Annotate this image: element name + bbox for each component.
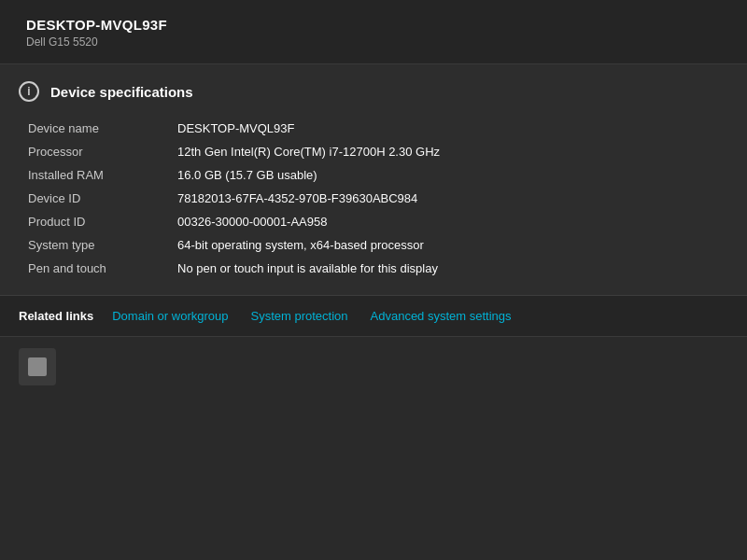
computer-name: DESKTOP-MVQL93F <box>26 17 721 33</box>
specs-grid: Device nameDESKTOP-MVQL93FProcessor12th … <box>19 117 728 280</box>
spec-label: Device ID <box>28 187 177 210</box>
spec-value: 16.0 GB (15.7 GB usable) <box>177 163 728 187</box>
related-link-domain-workgroup[interactable]: Domain or workgroup <box>112 309 228 323</box>
computer-model: Dell G15 5520 <box>26 35 721 49</box>
spec-value: 12th Gen Intel(R) Core(TM) i7-12700H 2.3… <box>177 140 728 163</box>
related-links-label: Related links <box>19 309 93 323</box>
spec-label: Pen and touch <box>28 257 177 280</box>
spec-value: DESKTOP-MVQL93F <box>177 117 728 140</box>
device-specs-section: i Device specifications Device nameDESKT… <box>0 64 747 296</box>
section-title: Device specifications <box>50 84 193 100</box>
spec-label: Processor <box>28 140 177 163</box>
spec-label: System type <box>28 233 177 257</box>
spec-value: 78182013-67FA-4352-970B-F39630ABC984 <box>177 187 728 210</box>
top-header: DESKTOP-MVQL93F Dell G15 5520 <box>0 0 747 64</box>
section-header: i Device specifications <box>19 81 728 102</box>
bottom-area <box>0 337 747 560</box>
spec-label: Product ID <box>28 210 177 233</box>
bottom-icon-area <box>19 348 56 385</box>
related-links-section: Related links Domain or workgroupSystem … <box>0 296 747 337</box>
spec-value: 00326-30000-00001-AA958 <box>177 210 728 233</box>
page-container: DESKTOP-MVQL93F Dell G15 5520 i Device s… <box>0 0 747 560</box>
spec-label: Installed RAM <box>28 163 177 187</box>
spec-value: No pen or touch input is available for t… <box>177 257 728 280</box>
info-icon: i <box>19 81 39 102</box>
spec-value: 64-bit operating system, x64-based proce… <box>177 233 728 257</box>
links-container: Domain or workgroupSystem protectionAdva… <box>112 309 533 323</box>
spec-label: Device name <box>28 117 177 140</box>
related-link-advanced-system-settings[interactable]: Advanced system settings <box>371 309 512 323</box>
bottom-icon-shape <box>28 357 47 376</box>
related-link-system-protection[interactable]: System protection <box>250 309 347 323</box>
